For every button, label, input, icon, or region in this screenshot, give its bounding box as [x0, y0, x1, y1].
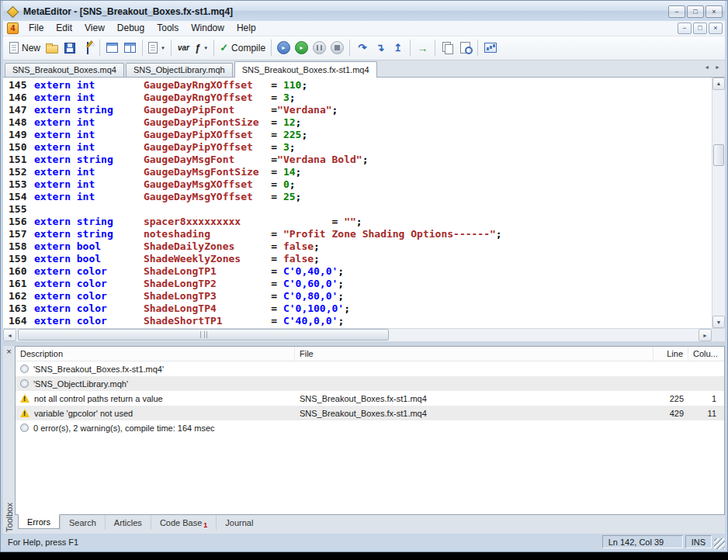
error-row[interactable]: 'SNS_ObjectLibrary.mqh'	[16, 376, 724, 391]
window-layout-icon	[106, 43, 118, 53]
toolbox-tab-code-base[interactable]: Code Base1	[151, 515, 216, 530]
toolbox-tab-journal[interactable]: Journal	[216, 515, 262, 530]
maximize-button[interactable]: □	[687, 5, 704, 18]
variables-nav-button[interactable]: var	[175, 39, 192, 57]
code-line[interactable]: 157extern string noteshading = "Profit Z…	[3, 228, 712, 240]
code-line[interactable]: 154extern int GaugeDayMsgYOffset = 25;	[3, 191, 712, 203]
debug-start-button[interactable]: ►	[275, 39, 293, 57]
error-description: variable 'gpcolor' not used	[34, 409, 133, 418]
debug-continue-button[interactable]: ►	[293, 39, 310, 57]
error-description: not all control paths return a value	[34, 394, 163, 403]
menu-item-view[interactable]: View	[78, 21, 111, 35]
scroll-right-icon[interactable]: ►	[699, 329, 712, 341]
error-row[interactable]: not all control paths return a valueSNS_…	[16, 391, 724, 406]
toolbox-close-icon[interactable]: ×	[6, 347, 11, 356]
document-tab[interactable]: SNS_ObjectLibrary.mqh	[126, 63, 233, 77]
line-number: 158	[3, 240, 34, 253]
code-line[interactable]: 146extern int GaugeDayRngYOffset = 3;	[3, 92, 712, 104]
code-line[interactable]: 160extern color ShadeLongTP1 = C'0,40,0'…	[3, 265, 712, 278]
mdi-restore-button[interactable]: □	[693, 22, 707, 34]
window-layout-button[interactable]	[103, 39, 121, 57]
code-line[interactable]: 148extern int GaugeDayPipFontSize = 12;	[3, 116, 712, 129]
menu-item-edit[interactable]: Edit	[50, 21, 78, 35]
menu-item-debug[interactable]: Debug	[111, 21, 151, 35]
search-button[interactable]	[456, 39, 474, 57]
code-line[interactable]: 162extern color ShadeLongTP3 = C'0,80,0'…	[3, 290, 712, 302]
code-line[interactable]: 152extern int GaugeDayMsgFontSize = 14;	[3, 166, 712, 178]
document-tab[interactable]: SNS_Breakout_Boxes.fx-st1.mq4	[234, 61, 377, 78]
resize-grip[interactable]	[714, 538, 725, 549]
compile-button[interactable]: ✓ Compile	[217, 39, 268, 57]
split-window-button[interactable]	[121, 39, 139, 57]
toolbox-tab-articles[interactable]: Articles	[105, 515, 151, 530]
mdi-close-button[interactable]: ×	[709, 22, 723, 34]
close-button[interactable]: ×	[705, 5, 723, 18]
open-button[interactable]	[43, 39, 61, 57]
code-lines[interactable]: 145extern int GaugeDayRngXOffset = 110;1…	[3, 78, 712, 329]
functions-list-button[interactable]: ƒ ▼	[192, 39, 210, 57]
code-line[interactable]: 149extern int GaugeDayPipXOffset = 225;	[3, 129, 712, 141]
error-row[interactable]: variable 'gpcolor' not usedSNS_Breakout_…	[16, 406, 724, 420]
code-text: extern color ShadeLongTP4 = C'0,100,0';	[34, 302, 350, 315]
minimize-button[interactable]: −	[668, 5, 685, 18]
mdi-window-controls: − □ ×	[678, 22, 723, 34]
column-header-description[interactable]: Description	[16, 347, 295, 361]
code-line[interactable]: 158extern bool ShadeDailyZones = false;	[3, 240, 712, 253]
horizontal-scroll-track[interactable]	[16, 329, 699, 341]
errors-grid-header: Description File Line Colu...	[16, 347, 724, 361]
error-row[interactable]: 0 error(s), 2 warning(s), compile time: …	[16, 420, 724, 435]
document-tab[interactable]: SNS_Breakout_Boxes.mq4	[5, 63, 124, 77]
code-line[interactable]: 164extern color ShadeShortTP1 = C'40,0,0…	[3, 315, 712, 327]
save-button[interactable]	[61, 39, 78, 57]
save-icon	[64, 43, 75, 54]
toolbar-separator	[213, 40, 214, 56]
code-line[interactable]: 145extern int GaugeDayRngXOffset = 110;	[3, 79, 712, 92]
scroll-up-icon[interactable]: ▲	[712, 78, 725, 90]
mdi-minimize-button[interactable]: −	[678, 22, 692, 34]
code-text: extern string GaugeDayMsgFont ="Verdana …	[34, 154, 369, 166]
step-over-button[interactable]: ↷	[353, 39, 371, 57]
scroll-down-icon[interactable]: ▼	[712, 316, 725, 328]
column-header-file[interactable]: File	[295, 347, 653, 361]
vertical-scroll-track[interactable]	[712, 90, 725, 316]
code-line[interactable]: 156extern string spacer8xxxxxxxxx = "";	[3, 216, 712, 228]
run-to-cursor-button[interactable]: →	[414, 39, 432, 57]
save-as-button[interactable]	[78, 39, 96, 57]
code-line[interactable]: 153extern int GaugeDayMsgXOffset = 0;	[3, 178, 712, 191]
function-icon: ƒ	[195, 42, 200, 54]
column-header-column[interactable]: Colu...	[688, 347, 724, 361]
step-out-icon: ↥	[393, 42, 402, 54]
debug-pause-button[interactable]	[310, 39, 328, 57]
styler-button[interactable]: ▼	[146, 39, 168, 57]
column-header-line[interactable]: Line	[653, 347, 688, 361]
step-out-button[interactable]: ↥	[389, 39, 407, 57]
new-button[interactable]: New	[7, 39, 43, 57]
tab-scroll-right-icon[interactable]: ►	[715, 64, 720, 70]
vertical-scroll-thumb[interactable]	[713, 144, 724, 166]
code-line[interactable]: 150extern int GaugeDayPipYOffset = 3;	[3, 141, 712, 154]
copy-button[interactable]	[439, 39, 456, 57]
code-line[interactable]: 147extern string GaugeDayPipFont ="Verda…	[3, 104, 712, 116]
code-line[interactable]: 163extern color ShadeLongTP4 = C'0,100,0…	[3, 302, 712, 315]
error-row[interactable]: 'SNS_Breakout_Boxes.fx-st1.mq4'	[16, 361, 724, 376]
debug-stop-button[interactable]	[328, 39, 346, 57]
menu-item-help[interactable]: Help	[231, 21, 262, 35]
styler-page-icon	[148, 42, 158, 54]
toolbox-tab-errors[interactable]: Errors	[18, 514, 60, 529]
toolbox-tabs: ErrorsSearchArticlesCode Base1Journal	[15, 515, 725, 534]
menu-item-window[interactable]: Window	[185, 21, 231, 35]
toolbox-tab-search[interactable]: Search	[60, 515, 105, 530]
mq4-document-icon[interactable]: 4	[7, 22, 19, 34]
horizontal-scroll-thumb[interactable]	[18, 329, 389, 340]
code-line[interactable]: 159extern bool ShadeWeeklyZones = false;	[3, 253, 712, 265]
code-line[interactable]: 155	[3, 203, 712, 216]
menu-item-file[interactable]: File	[23, 21, 50, 35]
error-file: SNS_Breakout_Boxes.fx-st1.mq4	[295, 394, 653, 403]
step-into-button[interactable]: ↴	[371, 39, 389, 57]
open-terminal-button[interactable]	[481, 39, 499, 57]
code-line[interactable]: 151extern string GaugeDayMsgFont ="Verda…	[3, 154, 712, 166]
tab-scroll-left-icon[interactable]: ◄	[704, 64, 709, 70]
scroll-left-icon[interactable]: ◄	[3, 329, 16, 341]
code-line[interactable]: 161extern color ShadeLongTP2 = C'0,60,0'…	[3, 278, 712, 290]
menu-item-tools[interactable]: Tools	[151, 21, 185, 35]
